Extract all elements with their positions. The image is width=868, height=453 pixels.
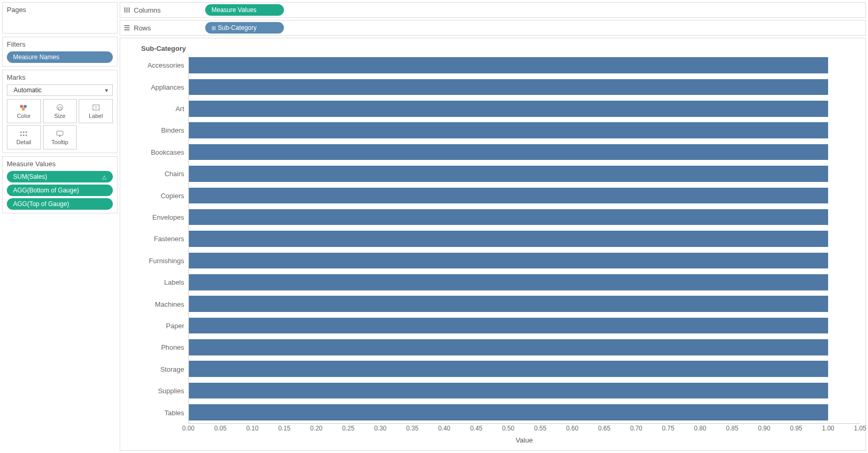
bar-row bbox=[189, 120, 860, 141]
x-axis-tick: 0.25 bbox=[342, 425, 354, 432]
rows-pill-subcategory[interactable]: ⊞ Sub-Category bbox=[205, 22, 284, 34]
y-axis-label: Fasteners bbox=[125, 228, 184, 250]
x-axis-tick: 1.00 bbox=[822, 425, 834, 432]
bar[interactable] bbox=[189, 231, 828, 247]
x-axis-tick: 0.50 bbox=[502, 425, 514, 432]
filter-pill-measure-names[interactable]: Measure Names bbox=[7, 51, 113, 63]
columns-label: Columns bbox=[123, 6, 197, 14]
x-axis-tick: 0.95 bbox=[790, 425, 802, 432]
marks-tooltip-button[interactable]: Tooltip bbox=[43, 125, 77, 149]
svg-rect-18 bbox=[126, 7, 128, 13]
marks-label-button[interactable]: T Label bbox=[79, 99, 113, 123]
y-axis-label: Supplies bbox=[125, 380, 184, 402]
label-icon: T bbox=[91, 104, 101, 111]
y-axis-label: Tables bbox=[125, 402, 184, 424]
x-axis-tick: 0.75 bbox=[662, 425, 674, 432]
x-axis-tick: 0.70 bbox=[630, 425, 642, 432]
bar[interactable] bbox=[189, 188, 828, 204]
mv-pill-label: AGG(Top of Gauge) bbox=[13, 200, 69, 208]
chart-view[interactable]: Sub-Category AccessoriesAppliancesArtBin… bbox=[120, 38, 866, 451]
bar-row bbox=[189, 98, 860, 120]
x-axis-tick: 0.85 bbox=[726, 425, 738, 432]
columns-pill-measure-values[interactable]: Measure Values bbox=[205, 4, 284, 16]
y-axis-label: Envelopes bbox=[125, 207, 184, 228]
x-axis-tick: 0.35 bbox=[406, 425, 418, 432]
marks-size-button[interactable]: Size bbox=[43, 99, 77, 123]
bar[interactable] bbox=[189, 101, 828, 117]
bar[interactable] bbox=[189, 361, 828, 377]
y-axis-label: Furnishings bbox=[125, 250, 184, 272]
mv-pill-sum-sales[interactable]: SUM(Sales) △ bbox=[7, 171, 113, 182]
bar-row bbox=[189, 358, 860, 380]
columns-pill-label: Measure Values bbox=[211, 6, 257, 14]
size-icon bbox=[55, 104, 65, 111]
x-axis-tick: 1.05 bbox=[854, 425, 866, 432]
color-icon bbox=[19, 104, 28, 111]
svg-point-3 bbox=[20, 105, 23, 108]
bar-row bbox=[189, 272, 860, 293]
y-axis-label: Chairs bbox=[125, 163, 184, 185]
detail-icon bbox=[19, 130, 28, 137]
marks-color-button[interactable]: Color bbox=[7, 99, 41, 123]
svg-point-15 bbox=[26, 134, 27, 136]
marks-card: Marks Automatic ▼ Color Size T bbox=[2, 70, 118, 153]
svg-point-10 bbox=[20, 131, 22, 133]
mv-pill-agg-top[interactable]: AGG(Top of Gauge) bbox=[7, 198, 113, 210]
y-axis-label: Art bbox=[125, 98, 184, 120]
pages-shelf[interactable]: Pages bbox=[2, 2, 118, 34]
y-axis-label: Phones bbox=[125, 337, 184, 358]
filters-title: Filters bbox=[7, 40, 113, 48]
svg-point-6 bbox=[57, 104, 62, 110]
y-axis-label: Machines bbox=[125, 293, 184, 315]
bar-row bbox=[189, 55, 860, 76]
x-axis-tick: 0.15 bbox=[278, 425, 290, 432]
bar[interactable] bbox=[189, 274, 828, 290]
marks-color-label: Color bbox=[17, 113, 30, 119]
filters-shelf[interactable]: Filters Measure Names bbox=[2, 37, 118, 67]
svg-text:T: T bbox=[94, 105, 97, 110]
bar[interactable] bbox=[189, 339, 828, 355]
filter-pill-label: Measure Names bbox=[13, 53, 59, 61]
sort-icon: △ bbox=[102, 174, 107, 180]
bar-row bbox=[189, 141, 860, 163]
bar[interactable] bbox=[189, 404, 828, 420]
marks-detail-button[interactable]: Detail bbox=[7, 125, 41, 149]
mv-pill-label: SUM(Sales) bbox=[13, 173, 47, 180]
bar[interactable] bbox=[189, 79, 828, 95]
marks-size-label: Size bbox=[54, 113, 65, 119]
bar-row bbox=[189, 76, 860, 98]
bar-row bbox=[189, 293, 860, 315]
bar[interactable] bbox=[189, 318, 828, 334]
bar-row bbox=[189, 337, 860, 358]
x-axis-tick: 0.45 bbox=[470, 425, 482, 432]
svg-point-5 bbox=[22, 107, 25, 111]
rows-shelf[interactable]: Rows ⊞ Sub-Category bbox=[120, 20, 866, 36]
bar[interactable] bbox=[189, 144, 828, 160]
svg-point-13 bbox=[20, 134, 22, 136]
columns-text: Columns bbox=[134, 6, 161, 14]
mv-pill-agg-bottom[interactable]: AGG(Bottom of Gauge) bbox=[7, 185, 113, 196]
mv-pill-label: AGG(Bottom of Gauge) bbox=[13, 187, 79, 194]
svg-point-4 bbox=[24, 105, 27, 108]
x-axis-tick: 0.55 bbox=[534, 425, 546, 432]
svg-rect-16 bbox=[57, 131, 63, 135]
columns-icon bbox=[123, 6, 131, 14]
svg-point-12 bbox=[26, 131, 27, 133]
marks-type-select[interactable]: Automatic ▼ bbox=[7, 84, 113, 96]
bar[interactable] bbox=[189, 209, 828, 225]
bar[interactable] bbox=[189, 253, 828, 269]
rows-text: Rows bbox=[134, 24, 151, 32]
bar[interactable] bbox=[189, 122, 828, 138]
columns-shelf[interactable]: Columns Measure Values bbox=[120, 2, 866, 18]
x-axis-tick: 0.00 bbox=[182, 425, 194, 432]
bar[interactable] bbox=[189, 296, 828, 312]
bar-row bbox=[189, 250, 860, 271]
measure-values-shelf[interactable]: Measure Values SUM(Sales) △ AGG(Bottom o… bbox=[2, 156, 118, 213]
marks-type-label: Automatic bbox=[14, 87, 41, 94]
x-axis-tick: 0.40 bbox=[438, 425, 450, 432]
bar[interactable] bbox=[189, 383, 828, 399]
bar[interactable] bbox=[189, 166, 828, 182]
bar[interactable] bbox=[189, 57, 828, 73]
tooltip-icon bbox=[55, 130, 65, 137]
y-axis-label: Storage bbox=[125, 359, 184, 380]
